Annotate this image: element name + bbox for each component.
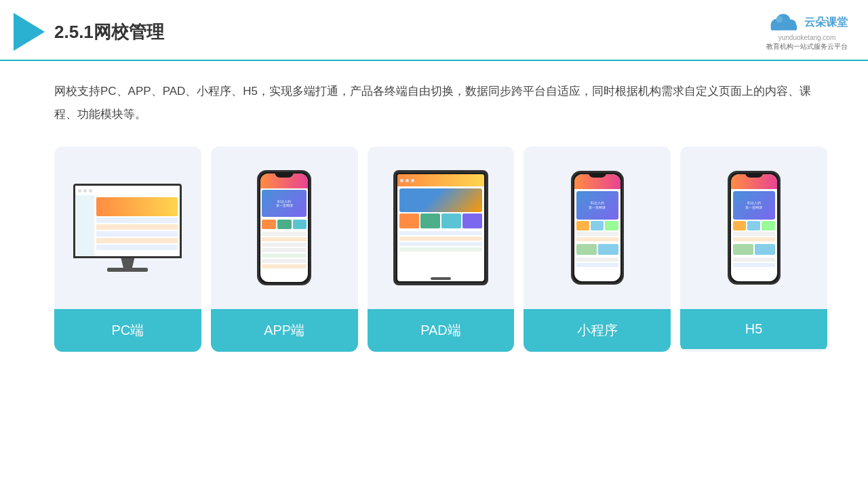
app-phone-illustration: 职达人的第一堂网课 bbox=[257, 170, 311, 285]
h5-phone-illustration: 职达人的第一堂网课 bbox=[728, 171, 781, 285]
brand-logo: 云朵课堂 yunduoketang.com 教育机构一站式服务云平台 bbox=[766, 12, 848, 52]
monitor-screen bbox=[73, 184, 182, 258]
pad-tablet-illustration bbox=[393, 170, 488, 285]
description-text: 网校支持PC、APP、PAD、小程序、H5，实现多端打通，产品各终端自由切换，数… bbox=[54, 80, 827, 126]
cloud-icon bbox=[766, 12, 800, 33]
page-title: 2.5.1网校管理 bbox=[54, 20, 164, 44]
pc-monitor-illustration bbox=[73, 184, 182, 272]
header-left: 2.5.1网校管理 bbox=[14, 13, 164, 51]
cloud-logo-container: 云朵课堂 bbox=[766, 12, 848, 33]
app-card: 职达人的第一堂网课 bbox=[211, 146, 358, 352]
miniprogram-phone-illustration: 职达人的第一堂网课 bbox=[571, 171, 624, 285]
device-cards-container: PC端 职达人的第一堂网课 bbox=[54, 146, 827, 352]
pad-card: PAD端 bbox=[368, 146, 515, 352]
brand-slogan: 教育机构一站式服务云平台 bbox=[766, 42, 848, 52]
miniprogram-image-area: 职达人的第一堂网课 bbox=[524, 146, 671, 309]
monitor-inner bbox=[75, 186, 180, 256]
pc-label: PC端 bbox=[54, 309, 201, 352]
main-content: 网校支持PC、APP、PAD、小程序、H5，实现多端打通，产品各终端自由切换，数… bbox=[0, 61, 868, 365]
pad-label: PAD端 bbox=[368, 309, 515, 352]
svg-point-4 bbox=[776, 16, 783, 23]
h5-image-area: 职达人的第一堂网课 bbox=[680, 146, 827, 309]
miniprogram-label: 小程序 bbox=[524, 309, 671, 352]
h5-card: 职达人的第一堂网课 bbox=[680, 146, 827, 352]
pc-card: PC端 bbox=[54, 146, 201, 352]
miniprogram-card: 职达人的第一堂网课 bbox=[524, 146, 671, 352]
pc-image-area bbox=[54, 146, 201, 309]
h5-label: H5 bbox=[680, 309, 827, 349]
brand-name: 云朵课堂 bbox=[804, 16, 848, 30]
brand-url: yunduoketang.com bbox=[778, 34, 836, 41]
pad-image-area bbox=[368, 146, 515, 309]
app-image-area: 职达人的第一堂网课 bbox=[211, 146, 358, 309]
svg-rect-3 bbox=[771, 24, 797, 30]
header: 2.5.1网校管理 云朵课堂 yunduoketang.com 教育机构一站式服… bbox=[0, 0, 868, 61]
app-label: APP端 bbox=[211, 309, 358, 352]
logo-triangle-icon bbox=[14, 13, 45, 51]
